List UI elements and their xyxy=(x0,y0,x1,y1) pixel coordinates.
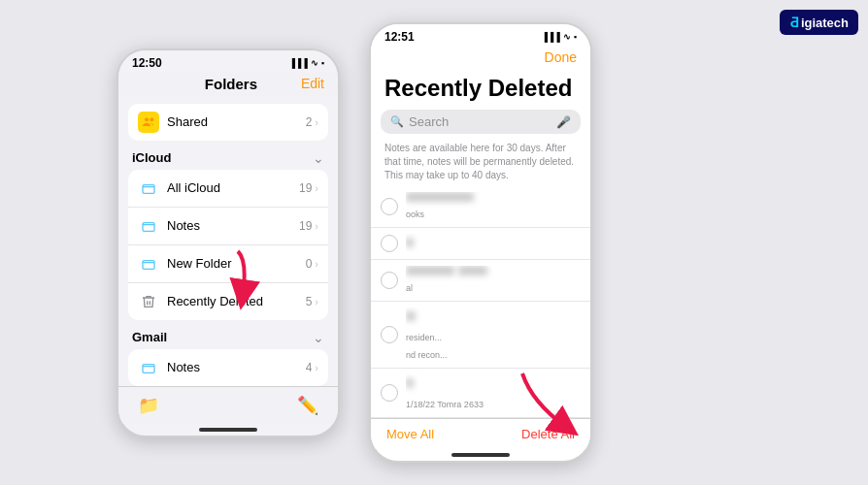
status-icons-right: ▐▐▐ ∿ ▪ xyxy=(542,32,577,42)
svg-rect-5 xyxy=(143,364,154,372)
svg-rect-3 xyxy=(143,222,154,231)
svg-point-0 xyxy=(145,117,149,121)
note-select-circle-1[interactable] xyxy=(381,198,398,215)
blurred-title-3a xyxy=(406,266,454,275)
logo-icon: Ƌ xyxy=(789,15,799,30)
phone-right: 12:51 ▐▐▐ ∿ ▪ Done Recently Deleted 🔍 Se… xyxy=(369,22,592,463)
edit-button[interactable]: Edit xyxy=(301,76,324,91)
folder-name-notes-icloud: Notes xyxy=(167,218,299,233)
folder-item-notes-icloud[interactable]: Notes 19 › xyxy=(128,208,328,245)
note-select-circle-5[interactable] xyxy=(381,384,398,402)
home-indicator-right xyxy=(451,453,510,457)
blurred-title-2 xyxy=(406,238,414,247)
compose-icon[interactable]: ✏️ xyxy=(297,395,318,416)
brand-logo: Ƌ igiatech xyxy=(780,10,858,35)
time-right: 12:51 xyxy=(384,30,415,44)
search-bar[interactable]: 🔍 Search 🎤 xyxy=(381,110,581,134)
pink-arrow-left xyxy=(189,242,267,319)
new-folder-icon[interactable]: 📁 xyxy=(138,395,159,416)
wifi-icon: ∿ xyxy=(311,58,318,68)
status-bar-left: 12:50 ▐▐▐ ∿ ▪ xyxy=(118,50,338,72)
folder-icon-newfolder xyxy=(138,253,159,275)
blurred-title-5 xyxy=(406,378,414,388)
note-preview-2 xyxy=(406,234,581,253)
folder-name-allicloud: All iCloud xyxy=(167,180,299,195)
mic-icon: 🎤 xyxy=(556,115,571,129)
note-item-2[interactable] xyxy=(371,228,590,260)
shared-icon xyxy=(138,112,159,133)
blurred-title-3b xyxy=(458,266,487,275)
note-item-1[interactable]: ooks xyxy=(371,186,590,228)
wifi-icon-right: ∿ xyxy=(563,32,571,42)
note-item-4[interactable]: residen...nd recon... xyxy=(371,302,590,369)
folder-name-notes-gmail: Notes xyxy=(167,360,306,374)
gmail-title: Gmail xyxy=(132,330,167,344)
note-preview-4: residen...nd recon... xyxy=(406,307,581,362)
move-all-button[interactable]: Move All xyxy=(386,427,434,441)
gmail-section-header: Gmail ⌄ xyxy=(118,320,338,349)
status-icons-left: ▐▐▐ ∿ ▪ xyxy=(289,58,324,68)
note-sub-4: residen...nd recon... xyxy=(406,333,448,360)
logo-text: igiatech xyxy=(801,16,849,30)
icloud-title: iCloud xyxy=(132,150,171,165)
note-sub-1: ooks xyxy=(406,210,424,219)
folder-item-allicloud[interactable]: All iCloud 19 › xyxy=(128,170,328,208)
folder-item-notes-gmail[interactable]: Notes 4 › xyxy=(128,349,328,386)
info-text: Notes are available here for 30 days. Af… xyxy=(371,138,590,186)
nav-bar-right: Done xyxy=(371,46,590,69)
folder-count-allicloud: 19 xyxy=(299,181,312,195)
blurred-title-4 xyxy=(406,311,416,321)
svg-rect-2 xyxy=(143,184,154,193)
home-indicator-left xyxy=(199,428,257,432)
gmail-chevron: ⌄ xyxy=(313,330,324,345)
note-sub-3: al xyxy=(406,283,413,293)
search-icon: 🔍 xyxy=(390,115,404,128)
battery-icon: ▪ xyxy=(321,58,324,68)
bottom-bar-left: 📁 ✏️ xyxy=(118,386,338,424)
note-preview-3: al xyxy=(406,266,581,295)
icloud-chevron: ⌄ xyxy=(313,150,324,166)
gmail-folder-list: Notes 4 › xyxy=(128,349,328,386)
shared-row[interactable]: Shared 2 › xyxy=(128,104,328,141)
svg-point-1 xyxy=(150,117,153,121)
folder-icon-allicloud xyxy=(138,178,159,199)
svg-rect-4 xyxy=(143,260,154,269)
blurred-title-1 xyxy=(406,192,474,202)
shared-count: 2 xyxy=(306,115,313,129)
pink-arrow-right xyxy=(513,364,581,441)
nav-title-left: Folders xyxy=(205,76,257,92)
page-title: Recently Deleted xyxy=(371,69,590,106)
note-item-3[interactable]: al xyxy=(371,260,590,302)
phone-left: 12:50 ▐▐▐ ∿ ▪ Folders Edit Shared 2 › xyxy=(117,48,340,437)
icloud-section-header: iCloud ⌄ xyxy=(118,141,338,170)
battery-icon-right: ▪ xyxy=(574,32,577,42)
folder-count-notes-icloud: 19 xyxy=(299,219,312,233)
note-preview-1: ooks xyxy=(406,192,581,221)
note-sub-5: 1/18/22 Tomra 2633 xyxy=(406,400,484,409)
signal-icon-right: ▐▐▐ xyxy=(542,32,560,42)
note-select-circle-4[interactable] xyxy=(381,326,398,343)
folder-count-notes-gmail: 4 xyxy=(306,361,313,374)
note-select-circle-3[interactable] xyxy=(381,272,398,289)
folder-icon-notes-gmail xyxy=(138,357,159,378)
signal-icon: ▐▐▐ xyxy=(289,58,308,68)
folder-icon-notes-icloud xyxy=(138,215,159,237)
chevron-icon: › xyxy=(315,116,318,128)
search-input[interactable]: Search xyxy=(409,114,551,129)
folder-count-newfolder: 0 xyxy=(306,257,313,271)
done-button[interactable]: Done xyxy=(545,49,577,65)
note-select-circle-2[interactable] xyxy=(381,235,398,252)
folder-count-recentlydeleted: 5 xyxy=(306,295,313,308)
nav-bar-left: Folders Edit xyxy=(118,72,338,96)
shared-name: Shared xyxy=(167,114,306,129)
status-bar-right: 12:51 ▐▐▐ ∿ ▪ xyxy=(371,24,590,46)
folder-icon-recentlydeleted xyxy=(138,291,159,312)
time-left: 12:50 xyxy=(132,56,162,70)
